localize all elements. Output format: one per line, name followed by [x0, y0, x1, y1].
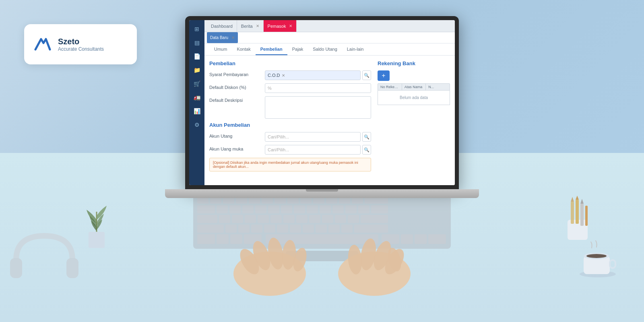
tab-dashboard[interactable]: Dashboard — [207, 20, 237, 32]
svg-rect-60 — [225, 225, 237, 233]
tab-umum[interactable]: Umum — [209, 43, 232, 55]
akun-uang-muka-row: Akun Uang muka 🔍 — [209, 145, 371, 155]
akun-utang-row: Akun Utang 🔍 — [209, 132, 371, 142]
svg-rect-33 — [217, 205, 228, 213]
sidebar-icon-cart[interactable]: 🛒 — [191, 78, 202, 89]
svg-rect-56 — [335, 215, 346, 223]
svg-rect-55 — [322, 215, 333, 223]
svg-rect-38 — [281, 205, 292, 213]
default-deskripsi-label: Default Deskripsi — [209, 96, 262, 103]
svg-rect-2 — [66, 258, 78, 278]
logo-card: Szeto Accurate Consultants — [24, 24, 137, 64]
tab-pemasok[interactable]: Pemasok ✕ — [264, 20, 297, 32]
akun-utang-input[interactable] — [265, 132, 361, 142]
sidebar-icon-chart[interactable]: ▤ — [191, 37, 202, 48]
svg-rect-50 — [258, 215, 269, 223]
tab-saldo-utang[interactable]: Saldo Utang — [308, 43, 342, 55]
logo-text: Szeto Accurate Consultants — [58, 37, 104, 52]
svg-marker-9 — [576, 196, 579, 200]
svg-rect-63 — [264, 225, 275, 233]
akun-uang-muka-search-btn[interactable]: 🔍 — [362, 145, 371, 155]
svg-rect-3 — [89, 232, 105, 248]
akun-uang-muka-input-group: 🔍 — [265, 145, 371, 155]
svg-rect-52 — [283, 215, 295, 223]
akun-utang-search-btn[interactable]: 🔍 — [362, 132, 371, 142]
tab-pemasok-label: Pemasok — [268, 24, 286, 29]
svg-rect-36 — [255, 205, 266, 213]
svg-rect-47 — [219, 215, 230, 223]
svg-rect-66 — [303, 225, 314, 233]
svg-rect-32 — [197, 205, 215, 213]
laptop-screen-frame: ⊞ ▤ 📄 📁 🛒 🚛 📊 ⚙ Dashboard — [185, 16, 459, 189]
logo-name: Szeto — [58, 37, 104, 46]
main-tabs-bar: Dashboard Berita ✕ Pemasok ✕ — [204, 20, 455, 32]
main-content: Dashboard Berita ✕ Pemasok ✕ — [204, 20, 455, 185]
svg-rect-6 — [580, 204, 584, 226]
svg-rect-49 — [245, 215, 256, 223]
form-right: Rekening Bank + No Reken... Atas Nama N.… — [378, 60, 450, 180]
svg-rect-80 — [286, 251, 358, 261]
syarat-search-btn[interactable]: 🔍 — [362, 70, 371, 80]
svg-rect-1 — [10, 258, 22, 278]
headphones-decoration — [4, 220, 85, 302]
form-body: Pembelian Syarat Pembayaran C.O.D ✕ 🔍 — [204, 56, 455, 185]
svg-rect-43 — [345, 205, 357, 213]
sidebar-icon-gear[interactable]: ⚙ — [191, 119, 202, 130]
bank-col-name: Atas Nama — [402, 84, 426, 90]
default-diskon-input[interactable] — [265, 83, 371, 93]
tab-lain-lain[interactable]: Lain-lain — [342, 43, 369, 55]
laptop-screen: ⊞ ▤ 📄 📁 🛒 🚛 📊 ⚙ Dashboard — [189, 20, 455, 185]
cod-tag: C.O.D ✕ — [265, 70, 361, 80]
svg-rect-58 — [361, 215, 388, 223]
akun-uang-muka-input[interactable] — [265, 145, 361, 155]
sidebar-icon-truck[interactable]: 🚛 — [191, 92, 202, 103]
tab-kontak[interactable]: Kontak — [232, 43, 255, 55]
tab-pembelian[interactable]: Pembelian — [256, 43, 287, 55]
akun-utang-input-group: 🔍 — [265, 132, 371, 142]
bank-section-title: Rekening Bank — [378, 60, 450, 66]
default-deskripsi-row: Default Deskripsi — [209, 96, 371, 119]
svg-rect-46 — [197, 215, 217, 223]
svg-rect-0 — [32, 34, 52, 54]
svg-rect-65 — [290, 225, 301, 233]
svg-rect-57 — [348, 215, 359, 223]
tab-data-baru[interactable]: Data Baru ✕ — [207, 32, 238, 43]
sidebar-icon-file[interactable]: 📄 — [191, 51, 202, 62]
syarat-pembayaran-row: Syarat Pembayaran C.O.D ✕ 🔍 — [209, 70, 371, 80]
tab-berita[interactable]: Berita ✕ — [237, 20, 264, 32]
sidebar-icon-report[interactable]: 📊 — [191, 105, 202, 117]
sidebar-icon-grid[interactable]: ⊞ — [191, 23, 202, 35]
svg-rect-39 — [294, 205, 305, 213]
laptop-base — [165, 189, 479, 198]
svg-rect-44 — [358, 205, 369, 213]
svg-rect-34 — [229, 205, 241, 213]
add-bank-button[interactable]: + — [378, 70, 390, 81]
tab-data-baru-close[interactable]: ✕ — [231, 35, 235, 40]
svg-rect-76 — [382, 234, 399, 244]
tab-berita-close[interactable]: ✕ — [256, 24, 259, 28]
logo-subtitle: Accurate Consultants — [58, 46, 104, 52]
svg-rect-37 — [268, 205, 279, 213]
svg-rect-67 — [316, 225, 327, 233]
svg-rect-54 — [309, 215, 320, 223]
form-left: Pembelian Syarat Pembayaran C.O.D ✕ 🔍 — [209, 60, 371, 180]
akun-note: [Opsional] Diisikan jika anda ingin memb… — [209, 158, 371, 171]
tab-pajak[interactable]: Pajak — [287, 43, 308, 55]
svg-rect-75 — [244, 234, 262, 244]
svg-rect-69 — [341, 225, 353, 233]
akun-section-title: Akun Pembelian — [209, 122, 371, 128]
default-deskripsi-input[interactable] — [265, 96, 371, 119]
svg-point-15 — [586, 254, 607, 258]
logo-icon — [32, 34, 52, 54]
svg-rect-72 — [197, 234, 215, 244]
svg-rect-41 — [320, 205, 331, 213]
laptop: ⊞ ▤ 📄 📁 🛒 🚛 📊 ⚙ Dashboard — [185, 16, 459, 198]
plant-decoration — [76, 196, 117, 254]
svg-rect-77 — [401, 234, 413, 244]
cod-remove-btn[interactable]: ✕ — [282, 73, 285, 78]
svg-rect-62 — [251, 225, 262, 233]
sidebar-icon-folder[interactable]: 📁 — [191, 64, 202, 76]
svg-rect-35 — [242, 205, 254, 213]
tab-pemasok-close[interactable]: ✕ — [289, 24, 292, 28]
default-diskon-row: Default Diskon (%) — [209, 83, 371, 93]
